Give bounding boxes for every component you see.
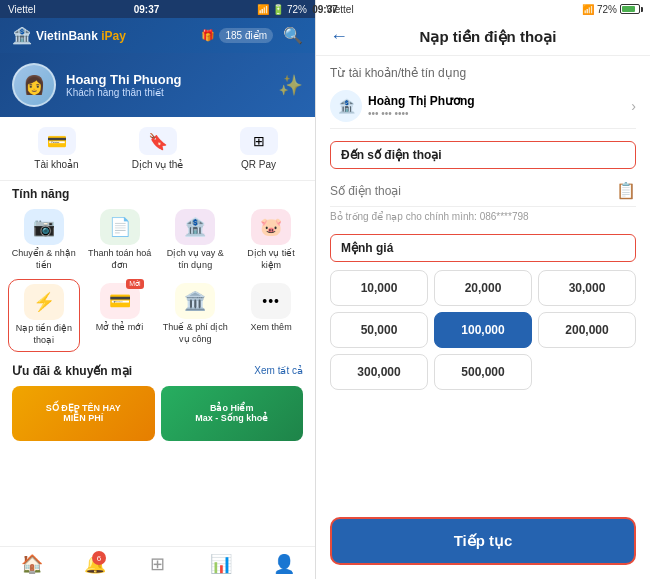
form-section: Từ tài khoản/thẻ tín dụng 🏦 Hoàng Thị Ph…: [316, 56, 650, 517]
chart-icon: 📊: [210, 553, 232, 575]
qr-icon: ⊞: [240, 127, 278, 155]
account-row[interactable]: 🏦 Hoàng Thị Phương ••• ••• •••• ›: [330, 84, 636, 129]
denom-50000[interactable]: 50,000: [330, 312, 428, 348]
promo-banner-1-text: SỐ ĐẸP TÊN HAYMIỄN PHÍ: [44, 401, 123, 425]
paste-icon[interactable]: 📋: [616, 181, 636, 200]
denom-10000[interactable]: 10,000: [330, 270, 428, 306]
grid-icon: ⊞: [150, 553, 165, 575]
denomination-section: Mệnh giá 10,000 20,000 30,000 50,000 100…: [330, 234, 636, 390]
user-banner: 👩 Hoang Thi Phuong Khách hàng thân thiết…: [0, 53, 315, 117]
home-icon: 🏠: [21, 553, 43, 575]
denom-20000[interactable]: 20,000: [434, 270, 532, 306]
right-panel: Viettel 09:37 📶 72% ← Nạp tiền điện thoạ…: [316, 0, 650, 579]
header-icons: 🎁 185 điểm 🔍: [201, 26, 303, 45]
more-icon: •••: [251, 283, 291, 319]
feature-newcard-label: Mở thẻ mới: [96, 322, 144, 334]
battery-left: 📶 🔋 72%: [257, 4, 307, 15]
phone-section-header: Đến số điện thoại: [330, 141, 636, 169]
denom-grid: 10,000 20,000 30,000 50,000 100,000 200,…: [330, 270, 636, 390]
loan-icon: 🏦: [175, 209, 215, 245]
carrier-left: Viettel: [8, 4, 36, 15]
denom-200000[interactable]: 200,000: [538, 312, 636, 348]
status-bar-left: Viettel 09:37 📶 🔋 72%: [0, 0, 315, 18]
phone-header-label: Đến số điện thoại: [341, 148, 442, 162]
promo-banners: SỐ ĐẸP TÊN HAYMIỄN PHÍ Bảo HiểmMax - Sốn…: [0, 382, 315, 445]
account-avatar: 🏦: [330, 90, 362, 122]
app-header-left: 🏦 VietinBank iPay 🎁 185 điểm 🔍: [0, 18, 315, 53]
continue-button[interactable]: Tiếp tục: [330, 517, 636, 565]
nav-home[interactable]: 🏠: [0, 553, 63, 575]
feature-more[interactable]: ••• Xem thêm: [235, 279, 307, 351]
notification-badge: 6: [92, 551, 106, 565]
user-info: Hoang Thi Phuong Khách hàng thân thiết: [66, 72, 182, 98]
qa-card-label: Dịch vụ thẻ: [132, 159, 184, 170]
gift-area[interactable]: 🎁 185 điểm: [201, 28, 273, 43]
feature-savings[interactable]: 🐷 Dịch vụ tiết kiệm: [235, 205, 307, 275]
gift-icon: 🎁: [201, 29, 215, 42]
phone-input[interactable]: [330, 184, 616, 198]
feature-loan[interactable]: 🏦 Dịch vụ vay & tín dụng: [160, 205, 232, 275]
nav-chart[interactable]: 📊: [189, 553, 252, 575]
feature-bill[interactable]: 📄 Thanh toán hoá đơn: [84, 205, 156, 275]
feature-tax-label: Thuế & phí dịch vụ công: [162, 322, 230, 345]
promo-banner-1[interactable]: SỐ ĐẸP TÊN HAYMIỄN PHÍ: [12, 386, 155, 441]
qa-card-service[interactable]: 🔖 Dịch vụ thẻ: [109, 127, 206, 170]
battery-right: 📶 72%: [582, 4, 640, 15]
signal-icon: 📶: [582, 4, 594, 15]
feature-loan-label: Dịch vụ vay & tín dụng: [162, 248, 230, 271]
new-badge: Mới: [126, 279, 143, 289]
features-title: Tính năng: [0, 181, 315, 205]
denom-300000[interactable]: 300,000: [330, 354, 428, 390]
star-decor: ✨: [278, 73, 303, 97]
see-all-promo[interactable]: Xem tất cả: [254, 365, 303, 376]
feature-tax[interactable]: 🏛️ Thuế & phí dịch vụ công: [160, 279, 232, 351]
chevron-right-icon: ›: [631, 98, 636, 114]
phone-section: Đến số điện thoại 📋 Bỏ trống để nạp cho …: [330, 141, 636, 222]
promo-title: Ưu đãi & khuyến mại: [12, 364, 132, 378]
feature-more-label: Xem thêm: [251, 322, 292, 334]
from-account-label: Từ tài khoản/thẻ tín dụng: [330, 66, 636, 80]
nav-profile[interactable]: 👤: [252, 553, 315, 575]
left-panel: Viettel 09:37 📶 🔋 72% 🏦 VietinBank iPay …: [0, 0, 316, 579]
promo-section-header: Ưu đãi & khuyến mại Xem tất cả: [0, 360, 315, 382]
points-badge: 185 điểm: [219, 28, 273, 43]
user-name: Hoang Thi Phuong: [66, 72, 182, 87]
qa-qrpay[interactable]: ⊞ QR Pay: [210, 127, 307, 170]
bottom-nav: 🏠 🔔 6 ⊞ 📊 👤: [0, 546, 315, 579]
back-button[interactable]: ←: [330, 26, 348, 47]
tax-icon: 🏛️: [175, 283, 215, 319]
logo-icon: 🏦: [12, 26, 32, 45]
nav-grid[interactable]: ⊞: [126, 553, 189, 575]
phone-hint: Bỏ trống để nạp cho chính mình: 086****7…: [330, 211, 636, 222]
battery-indicator: [620, 4, 640, 14]
qa-account[interactable]: 💳 Tài khoản: [8, 127, 105, 170]
time-right: 09:37: [316, 4, 338, 15]
page-title: Nạp tiền điện thoại: [360, 28, 616, 46]
denom-header-label: Mệnh giá: [341, 241, 393, 255]
newcard-icon: 💳 Mới: [100, 283, 140, 319]
promo-banner-2[interactable]: Bảo HiểmMax - Sống khoẻ: [161, 386, 304, 441]
logo-text: VietinBank iPay: [36, 29, 126, 43]
search-icon[interactable]: 🔍: [283, 26, 303, 45]
nav-notifications[interactable]: 🔔 6: [63, 553, 126, 575]
logo-area: 🏦 VietinBank iPay: [12, 26, 126, 45]
user-level: Khách hàng thân thiết: [66, 87, 182, 98]
feature-newcard[interactable]: 💳 Mới Mở thẻ mới: [84, 279, 156, 351]
denom-30000[interactable]: 30,000: [538, 270, 636, 306]
feature-topup-label: Nạp tiền điện thoại: [11, 323, 77, 346]
denom-100000[interactable]: 100,000: [434, 312, 532, 348]
feature-bill-label: Thanh toán hoá đơn: [86, 248, 154, 271]
avatar: 👩: [12, 63, 56, 107]
phone-input-row: 📋: [330, 175, 636, 207]
feature-transfer-label: Chuyển & nhận tiền: [10, 248, 78, 271]
promo-banner-2-text: Bảo HiểmMax - Sống khoẻ: [193, 401, 270, 425]
feature-topup[interactable]: ⚡ Nạp tiền điện thoại: [8, 279, 80, 351]
wallet-icon: 💳: [38, 127, 76, 155]
quick-actions: 💳 Tài khoản 🔖 Dịch vụ thẻ ⊞ QR Pay: [0, 117, 315, 181]
page-header-right: ← Nạp tiền điện thoại: [316, 18, 650, 56]
denom-500000[interactable]: 500,000: [434, 354, 532, 390]
account-number: ••• ••• ••••: [368, 108, 625, 119]
feature-transfer[interactable]: 📷 Chuyển & nhận tiền: [8, 205, 80, 275]
card-service-icon: 🔖: [139, 127, 177, 155]
qa-account-label: Tài khoản: [34, 159, 78, 170]
